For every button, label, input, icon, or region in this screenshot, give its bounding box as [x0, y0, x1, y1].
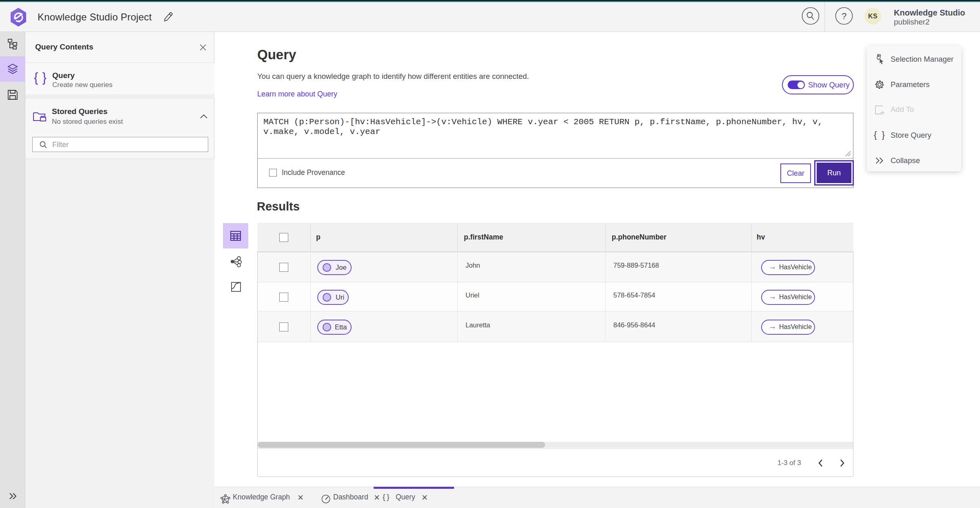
svg-text:?: ? — [842, 11, 846, 21]
